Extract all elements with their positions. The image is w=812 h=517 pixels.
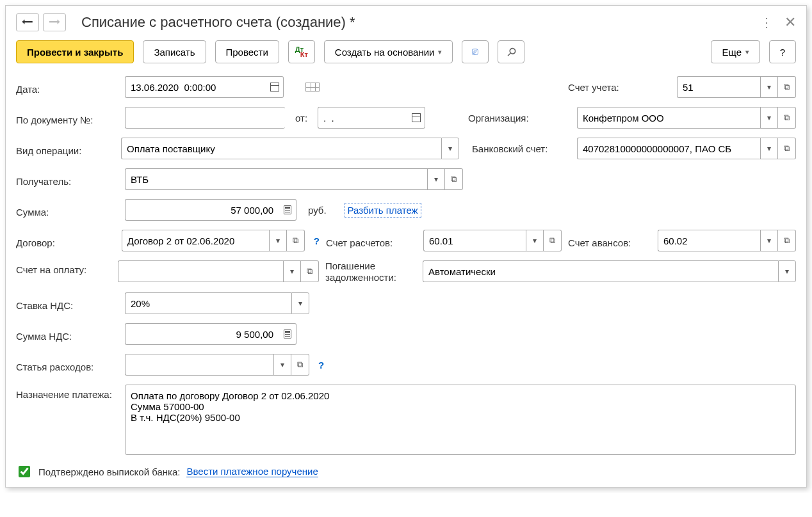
- organization-dropdown[interactable]: [760, 107, 778, 129]
- calculator-icon: [284, 330, 291, 338]
- expense-dropdown[interactable]: [273, 354, 291, 376]
- expense-input[interactable]: [125, 354, 273, 376]
- debt-label: Погашение задолженности:: [325, 260, 416, 283]
- contract-hint[interactable]: ?: [314, 235, 320, 246]
- from-calendar-button[interactable]: [407, 107, 425, 129]
- split-payment-link[interactable]: Разбить платеж: [345, 203, 421, 218]
- bankacct-dropdown[interactable]: [760, 138, 778, 159]
- account-open[interactable]: [778, 76, 796, 98]
- calculator-icon: [284, 205, 291, 214]
- invoice-dropdown[interactable]: [283, 260, 301, 282]
- settlement-label: Счет расчетов:: [326, 234, 417, 248]
- create-based-button[interactable]: Создать на основании ▾: [324, 40, 453, 63]
- contract-dropdown[interactable]: [269, 230, 287, 251]
- enter-payment-order-link[interactable]: Ввести платежное поручение: [186, 466, 318, 477]
- vatsum-calc-button[interactable]: [279, 323, 296, 345]
- dtkt-icon: ДтКт: [295, 47, 308, 57]
- titlebar: 🠔 🠖 Списание с расчетного счета (создани…: [16, 13, 796, 31]
- purpose-textarea[interactable]: [125, 385, 796, 455]
- chevron-down-icon: ▾: [438, 48, 442, 56]
- recipient-label: Получатель:: [16, 172, 118, 187]
- advance-open[interactable]: [778, 230, 796, 251]
- bankacct-input[interactable]: [577, 138, 760, 159]
- contract-input[interactable]: [122, 230, 269, 251]
- document-window: 🠔 🠖 Списание с расчетного счета (создани…: [5, 5, 807, 488]
- date-input[interactable]: [125, 76, 266, 98]
- from-label: от:: [295, 113, 307, 123]
- close-icon[interactable]: ✕: [784, 14, 796, 31]
- post-and-close-button[interactable]: Провести и закрыть: [16, 40, 134, 63]
- recipient-dropdown[interactable]: [427, 168, 445, 190]
- from-date-input[interactable]: [318, 107, 407, 129]
- chevron-down-icon: ▾: [745, 48, 749, 56]
- paperclip-icon: ⚲: [503, 44, 519, 60]
- invoice-label: Счет на оплату:: [16, 260, 111, 275]
- calendar-icon: [412, 113, 421, 122]
- toolbar: Провести и закрыть Записать Провести ДтК…: [16, 40, 796, 63]
- expense-label: Статья расходов:: [16, 358, 118, 372]
- grid-icon[interactable]: [305, 83, 320, 91]
- help-button[interactable]: ?: [769, 40, 796, 63]
- account-label: Счет учета:: [568, 82, 670, 93]
- bankacct-label: Банковский счет:: [472, 143, 571, 154]
- advance-input[interactable]: [658, 230, 760, 251]
- settlement-input[interactable]: [423, 230, 526, 251]
- nav-forward-button[interactable]: 🠖: [43, 13, 66, 31]
- expense-hint[interactable]: ?: [318, 360, 324, 370]
- more-button[interactable]: Еще ▾: [711, 40, 760, 63]
- sum-label: Сумма:: [16, 203, 118, 218]
- docno-label: По документу №:: [16, 111, 118, 125]
- sum-input[interactable]: [125, 199, 279, 221]
- confirmed-label: Подтверждено выпиской банка:: [38, 466, 180, 477]
- vatsum-label: Сумма НДС:: [16, 327, 118, 342]
- rub-label: руб.: [308, 205, 327, 216]
- structure-button[interactable]: ⎚: [462, 40, 489, 63]
- vatrate-dropdown[interactable]: [291, 292, 309, 314]
- contract-label: Договор:: [16, 234, 115, 248]
- confirmed-checkbox[interactable]: [19, 466, 30, 477]
- organization-label: Организация:: [468, 113, 571, 123]
- vatsum-input[interactable]: [125, 323, 279, 345]
- vatrate-input[interactable]: [125, 292, 291, 314]
- purpose-label: Назначение платежа:: [16, 385, 118, 401]
- nav-back-button[interactable]: 🠔: [16, 13, 39, 31]
- structure-icon: ⎚: [472, 46, 478, 58]
- footer: Подтверждено выпиской банка: Ввести плат…: [16, 464, 796, 479]
- bankacct-open[interactable]: [778, 138, 796, 159]
- expense-open[interactable]: [291, 354, 309, 376]
- save-button[interactable]: Записать: [143, 40, 206, 63]
- account-input[interactable]: [677, 76, 760, 98]
- settlement-dropdown[interactable]: [526, 230, 544, 251]
- optype-label: Вид операции:: [16, 141, 115, 156]
- attachment-button[interactable]: ⚲: [498, 40, 524, 63]
- create-based-label: Создать на основании: [335, 47, 435, 58]
- calendar-button[interactable]: [266, 76, 284, 98]
- more-label: Еще: [722, 47, 742, 58]
- calendar-icon: [270, 83, 279, 91]
- organization-open[interactable]: [778, 107, 796, 129]
- advance-dropdown[interactable]: [760, 230, 778, 251]
- recipient-open[interactable]: [445, 168, 463, 190]
- debt-input[interactable]: [423, 260, 778, 282]
- debt-dropdown[interactable]: [778, 260, 796, 282]
- sum-calc-button[interactable]: [279, 199, 296, 221]
- optype-dropdown[interactable]: [441, 138, 459, 159]
- organization-input[interactable]: [577, 107, 760, 129]
- kebab-menu-icon[interactable]: ⋮: [760, 15, 773, 30]
- account-dropdown[interactable]: [760, 76, 778, 98]
- vatrate-label: Ставка НДС:: [16, 296, 118, 311]
- date-label: Дата:: [16, 80, 118, 95]
- docno-input[interactable]: [125, 107, 285, 129]
- contract-open[interactable]: [287, 230, 305, 251]
- optype-input[interactable]: [121, 138, 441, 159]
- invoice-open[interactable]: [301, 260, 319, 282]
- settlement-open[interactable]: [544, 230, 562, 251]
- advance-label: Счет авансов:: [568, 234, 651, 248]
- recipient-input[interactable]: [125, 168, 427, 190]
- dtkt-button[interactable]: ДтКт: [288, 40, 315, 63]
- window-title: Списание с расчетного счета (создание) *: [81, 14, 756, 31]
- post-button[interactable]: Провести: [215, 40, 279, 63]
- invoice-input[interactable]: [118, 260, 283, 282]
